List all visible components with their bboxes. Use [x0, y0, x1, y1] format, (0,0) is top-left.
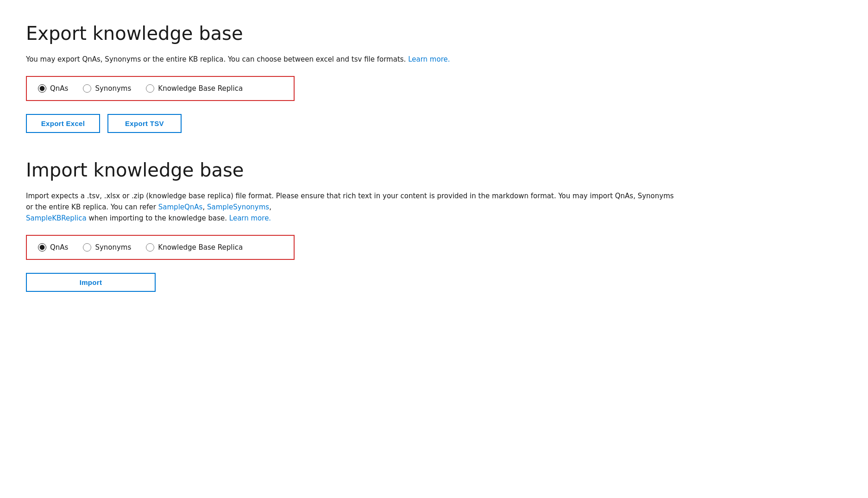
import-qnas-radio[interactable] — [38, 243, 46, 252]
import-kb-replica-radio[interactable] — [146, 243, 154, 252]
export-kb-replica-label: Knowledge Base Replica — [158, 84, 243, 93]
import-qnas-label: QnAs — [50, 243, 68, 252]
export-qnas-option[interactable]: QnAs — [38, 84, 68, 93]
import-qnas-option[interactable]: QnAs — [38, 243, 68, 252]
export-desc-text: You may export QnAs, Synonyms or the ent… — [26, 55, 406, 63]
import-desc-after: when importing to the knowledge base. — [88, 214, 227, 222]
import-synonyms-label: Synonyms — [95, 243, 131, 252]
export-synonyms-radio[interactable] — [83, 84, 91, 93]
import-learn-more-link[interactable]: Learn more. — [229, 214, 271, 222]
import-kb-replica-label: Knowledge Base Replica — [158, 243, 243, 252]
sample-synonyms-link[interactable]: SampleSynonyms — [207, 203, 269, 211]
import-description: Import expects a .tsv, .xlsx or .zip (kn… — [26, 190, 674, 224]
export-tsv-button[interactable]: Export TSV — [107, 114, 182, 133]
import-kb-replica-option[interactable]: Knowledge Base Replica — [146, 243, 243, 252]
export-title: Export knowledge base — [26, 22, 842, 44]
export-qnas-radio[interactable] — [38, 84, 46, 93]
sample-kb-replica-link[interactable]: SampleKBReplica — [26, 214, 87, 222]
export-section: Export knowledge base You may export QnA… — [26, 22, 842, 133]
export-kb-replica-radio[interactable] — [146, 84, 154, 93]
import-synonyms-option[interactable]: Synonyms — [83, 243, 131, 252]
import-button-group: Import — [26, 273, 842, 292]
export-qnas-label: QnAs — [50, 84, 68, 93]
import-button[interactable]: Import — [26, 273, 156, 292]
export-button-group: Export Excel Export TSV — [26, 114, 842, 133]
import-title: Import knowledge base — [26, 159, 842, 181]
export-synonyms-option[interactable]: Synonyms — [83, 84, 131, 93]
import-synonyms-radio[interactable] — [83, 243, 91, 252]
export-synonyms-label: Synonyms — [95, 84, 131, 93]
export-kb-replica-option[interactable]: Knowledge Base Replica — [146, 84, 243, 93]
comma2: , — [269, 203, 271, 211]
export-learn-more-link[interactable]: Learn more. — [408, 55, 450, 63]
export-description: You may export QnAs, Synonyms or the ent… — [26, 54, 674, 65]
import-radio-group: QnAs Synonyms Knowledge Base Replica — [26, 235, 295, 260]
export-radio-group: QnAs Synonyms Knowledge Base Replica — [26, 76, 295, 101]
sample-qnas-link[interactable]: SampleQnAs — [158, 203, 203, 211]
import-section: Import knowledge base Import expects a .… — [26, 159, 842, 292]
export-excel-button[interactable]: Export Excel — [26, 114, 100, 133]
comma1: , — [202, 203, 205, 211]
import-desc-before: Import expects a .tsv, .xlsx or .zip (kn… — [26, 192, 674, 211]
